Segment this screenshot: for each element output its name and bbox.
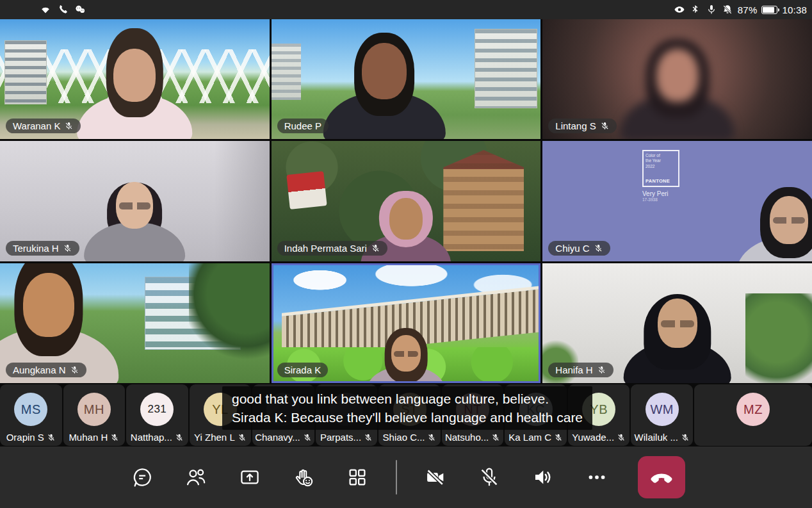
participant-name: Natsuho...: [445, 432, 489, 443]
participant-name-label: Indah Permata Sari: [277, 241, 387, 256]
poster-brand: PANTONE: [646, 178, 676, 184]
participant-name: Wilailuk ...: [635, 432, 678, 443]
participant-name-label: Aungkana N: [6, 363, 86, 377]
participant-name-label: Rudee P: [277, 119, 329, 133]
phone-icon: [57, 4, 69, 15]
participant-name-label: Natsuho...: [445, 432, 500, 443]
video-tile-aungkana-n[interactable]: Aungkana N: [0, 263, 270, 383]
grid-view-button[interactable]: [342, 462, 373, 493]
chat-button[interactable]: [127, 462, 158, 493]
participant-name: Chanavy...: [255, 432, 300, 443]
video-tile-indah-permata-sari[interactable]: Indah Permata Sari: [272, 141, 541, 261]
mic-muted-icon: [64, 121, 74, 131]
participant-name-label: Hanifa H: [548, 363, 613, 377]
mic-muted-icon: [597, 365, 606, 375]
mic-muted-icon: [364, 433, 373, 442]
participant-name: Rudee P: [284, 120, 321, 131]
participant-silhouette: [317, 29, 451, 139]
participant-silhouette: [618, 286, 737, 383]
audio-participant-orapin-s[interactable]: MSOrapin S: [0, 384, 62, 446]
participant-name: Yi Zhen L: [194, 432, 235, 443]
participant-name: Yuwade...: [572, 432, 614, 443]
participant-silhouette: [614, 36, 741, 139]
status-bar: 87% 10:38: [0, 0, 812, 19]
poster-title: Very Peri: [642, 190, 691, 197]
participants-button[interactable]: [181, 462, 211, 493]
clock: 10:38: [782, 4, 807, 15]
status-right-icons: 87% 10:38: [674, 4, 807, 15]
participant-name-label: Chiyu C: [548, 241, 610, 256]
more-icon: [585, 466, 608, 489]
participant-name: Parpats...: [320, 432, 361, 443]
mic-muted-icon: [70, 365, 79, 375]
participant-name-label: Shiao C...: [383, 432, 437, 443]
avatar-initials: YB: [590, 402, 608, 417]
mic-muted-icon: [427, 433, 436, 442]
participant-name: Natthap...: [131, 432, 172, 443]
audio-participant-wilailuk[interactable]: WMWilailuk ...: [631, 384, 693, 446]
participant-name: Lintang S: [555, 120, 596, 131]
participant-name: Muhan H: [69, 432, 108, 443]
audio-participant-natthap[interactable]: 231Natthap...: [126, 384, 188, 446]
reactions-icon: [292, 466, 315, 489]
eye-icon: [674, 4, 685, 15]
mic-off-button[interactable]: [474, 462, 505, 493]
participant-name: Terukina H: [13, 243, 59, 254]
share-screen-button[interactable]: [234, 462, 265, 493]
notifications-off-icon: [722, 4, 733, 15]
mic-muted-icon: [600, 121, 610, 131]
audio-participant-muhan-h[interactable]: MHMuhan H: [63, 384, 126, 446]
participant-name-label: Natthap...: [131, 432, 184, 443]
pantone-poster: Color of the Year 2022PANTONEVery Peri17…: [642, 150, 691, 202]
mic-muted-icon: [303, 433, 312, 442]
participant-name: Aungkana N: [13, 365, 66, 375]
avatar: WM: [646, 393, 679, 426]
share-screen-icon: [238, 466, 261, 489]
participant-name-label: Waranan K: [6, 119, 81, 133]
participant-name: Waranan K: [13, 120, 60, 131]
video-tile-sirada-k[interactable]: Sirada K: [272, 263, 541, 383]
participant-name-label: Wilailuk ...: [635, 432, 690, 443]
video-tile-hanifa-h[interactable]: Hanifa H: [542, 263, 812, 383]
speaker-icon: [532, 466, 555, 489]
mic-muted-icon: [110, 433, 119, 442]
participant-name: Hanifa H: [555, 365, 592, 375]
participant-silhouette: [79, 171, 190, 261]
mic-off-icon: [478, 466, 501, 489]
participant-name: Indah Permata Sari: [284, 243, 367, 254]
participant-silhouette: [71, 36, 198, 139]
camera-off-button[interactable]: [420, 462, 451, 493]
grid-view-icon: [346, 466, 369, 489]
avatar: MZ: [736, 393, 770, 426]
more-button[interactable]: [581, 462, 612, 493]
wechat-icon: [74, 4, 86, 15]
participant-name: Ka Lam C: [508, 432, 551, 443]
video-tile-chiyu-c[interactable]: Color of the Year 2022PANTONEVery Peri17…: [542, 141, 812, 261]
live-captions: good that you link between language cult…: [222, 386, 592, 430]
chat-icon: [131, 466, 154, 489]
video-tile-terukina-h[interactable]: Terukina H: [0, 141, 270, 261]
audio-participant-mz[interactable]: MZ: [694, 384, 812, 446]
participant-name-label: Ka Lam C: [508, 432, 563, 443]
meeting-toolbar: [0, 447, 812, 508]
avatar-initials: MS: [21, 402, 41, 417]
reactions-button[interactable]: [288, 462, 319, 493]
video-grid: Waranan KRudee PLintang STerukina HIndah…: [0, 19, 812, 383]
toolbar-divider: [396, 460, 397, 495]
battery-percent: 87%: [738, 4, 758, 15]
video-tile-waranan-k[interactable]: Waranan K: [0, 19, 270, 139]
video-tile-lintang-s[interactable]: Lintang S: [542, 19, 812, 139]
participant-name-label: Chanavy...: [255, 432, 312, 443]
mic-muted-icon: [47, 433, 56, 442]
avatar-initials: 231: [147, 403, 166, 416]
mic-muted-icon: [554, 433, 563, 442]
hangup-button[interactable]: [638, 456, 685, 498]
participant-name-label: Yi Zhen L: [194, 432, 247, 443]
video-tile-rudee-p[interactable]: Rudee P: [272, 19, 541, 139]
wifi-icon: [40, 4, 51, 15]
participant-name-label: Terukina H: [6, 241, 79, 256]
mic-muted-icon: [63, 243, 72, 253]
participant-name: Orapin S: [6, 432, 44, 443]
mic-muted-icon: [371, 243, 380, 253]
speaker-button[interactable]: [528, 462, 558, 493]
